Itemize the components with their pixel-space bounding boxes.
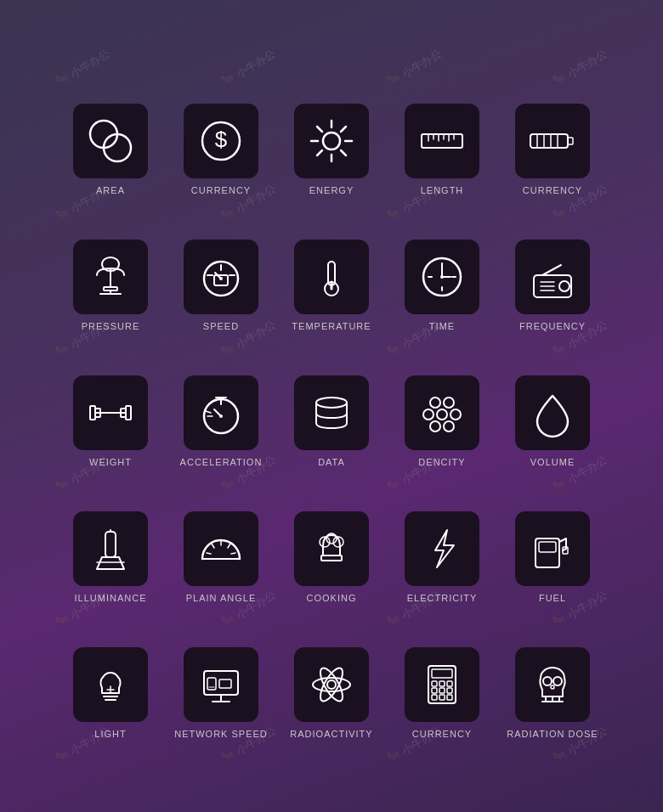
svg-point-48 [440, 275, 444, 279]
currency3-cell[interactable]: CURRENCY [387, 610, 497, 746]
data-icon-box [294, 375, 369, 450]
weight-cell[interactable]: WEIGHT [55, 338, 166, 474]
svg-rect-95 [204, 671, 238, 695]
svg-rect-84 [321, 555, 342, 561]
cooking-cell[interactable]: COOKING [276, 474, 387, 610]
svg-line-80 [212, 544, 214, 548]
pressure-label: PRESSURE [82, 321, 140, 331]
svg-rect-107 [432, 681, 437, 686]
currency1-cell[interactable]: $ CURRENCY [166, 66, 276, 202]
plain-angle-label: PLAIN ANGLE [186, 593, 257, 603]
svg-line-11 [341, 127, 346, 132]
svg-rect-109 [447, 681, 452, 686]
frequency-cell[interactable]: FREQUENCY [497, 202, 608, 338]
svg-line-64 [206, 411, 211, 413]
fuel-cell[interactable]: FUEL [497, 474, 608, 610]
svg-rect-112 [447, 688, 452, 693]
svg-line-50 [542, 265, 561, 275]
icon-grid: AREA $ CURRENCY ENERGY [55, 66, 608, 746]
svg-point-74 [444, 421, 454, 431]
svg-rect-108 [439, 681, 445, 686]
svg-point-118 [551, 685, 554, 689]
speed-label: SPEED [203, 321, 239, 331]
area-cell[interactable]: AREA [55, 66, 166, 202]
svg-line-81 [228, 544, 230, 548]
weight-icon-box [73, 375, 148, 450]
currency2-label: CURRENCY [523, 185, 582, 195]
electricity-cell[interactable]: ELECTRICITY [387, 474, 497, 610]
currency2-cell[interactable]: CURRENCY [497, 66, 608, 202]
radioactivity-icon-box [294, 647, 369, 722]
illuminance-icon-box [73, 511, 148, 586]
length-cell[interactable]: LENGTH [387, 66, 497, 202]
svg-point-54 [559, 281, 570, 291]
temperature-icon-box [294, 240, 369, 314]
svg-rect-59 [126, 406, 131, 420]
energy-icon-box [294, 104, 369, 178]
svg-point-101 [327, 680, 336, 689]
volume-cell[interactable]: VOLUME [497, 338, 608, 474]
fuel-label: FUEL [539, 593, 566, 603]
radioactivity-cell[interactable]: RADIOACTIVITY [276, 610, 387, 746]
light-label: LIGHT [94, 729, 126, 739]
illuminance-cell[interactable]: ILLUMINANCE [55, 474, 166, 610]
length-label: LENGTH [421, 185, 464, 195]
radiation-dose-cell[interactable]: RADIATION DOSE [497, 610, 608, 746]
svg-line-83 [231, 553, 235, 554]
svg-point-66 [219, 414, 223, 418]
light-icon-box [73, 647, 148, 722]
svg-point-73 [430, 421, 440, 431]
energy-cell[interactable]: ENERGY [276, 66, 387, 202]
currency1-icon-box: $ [184, 104, 258, 178]
energy-label: ENERGY [309, 185, 354, 195]
svg-point-37 [219, 277, 223, 280]
svg-rect-20 [530, 134, 568, 148]
svg-point-70 [423, 409, 434, 420]
plain-angle-cell[interactable]: PLAIN ANGLE [166, 474, 276, 610]
weight-label: WEIGHT [89, 457, 132, 467]
time-icon-box [405, 240, 479, 314]
electricity-label: ELECTRICITY [407, 593, 478, 603]
svg-point-69 [444, 398, 454, 408]
network-speed-icon-box [184, 647, 258, 722]
frequency-label: FREQUENCY [519, 321, 586, 331]
length-icon-box [405, 104, 479, 178]
radiation-dose-label: RADIATION DOSE [507, 729, 598, 739]
svg-point-67 [316, 398, 347, 408]
svg-rect-113 [432, 695, 437, 700]
acceleration-cell[interactable]: ACCELERATION [166, 338, 276, 474]
svg-point-117 [553, 677, 562, 685]
pressure-cell[interactable]: PRESSURE [55, 202, 166, 338]
data-cell[interactable]: DATA [276, 338, 387, 474]
svg-rect-99 [207, 678, 216, 690]
speed-icon-box [184, 240, 258, 314]
radioactivity-label: RADIOACTIVITY [290, 729, 372, 739]
time-cell[interactable]: TIME [387, 202, 497, 338]
density-label: DENCITY [418, 457, 465, 467]
density-cell[interactable]: DENCITY [387, 338, 497, 474]
cooking-label: COOKING [307, 593, 357, 603]
radiation-dose-icon-box [515, 647, 590, 722]
svg-rect-110 [432, 688, 437, 693]
svg-point-71 [437, 409, 447, 420]
speed-cell[interactable]: SPEED [166, 202, 276, 338]
light-cell[interactable]: LIGHT [55, 610, 166, 746]
currency3-icon-box [405, 647, 479, 722]
svg-point-72 [450, 409, 461, 420]
data-label: DATA [318, 457, 345, 467]
svg-rect-114 [439, 695, 445, 700]
temperature-cell[interactable]: TEMPERATURE [276, 202, 387, 338]
network-speed-cell[interactable]: NETWORK SPEED [166, 610, 276, 746]
time-label: TIME [429, 321, 455, 331]
svg-point-68 [430, 398, 440, 408]
fuel-icon-box [515, 511, 590, 586]
area-icon-box [73, 104, 148, 178]
electricity-icon-box [405, 511, 479, 586]
currency1-label: CURRENCY [191, 185, 251, 195]
density-icon-box [405, 375, 479, 450]
acceleration-icon-box [184, 375, 258, 450]
svg-line-12 [317, 150, 322, 155]
svg-rect-98 [219, 679, 231, 688]
svg-rect-13 [422, 134, 462, 148]
svg-rect-89 [539, 542, 556, 552]
